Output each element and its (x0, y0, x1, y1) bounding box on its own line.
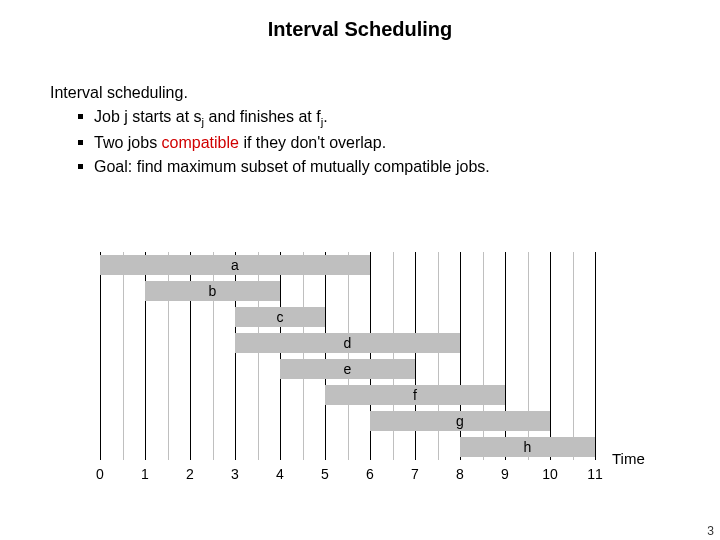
interval-bar-label: e (344, 361, 352, 377)
interval-row: a (100, 252, 595, 278)
tick-label: 9 (501, 466, 509, 482)
interval-bar-h: h (460, 437, 595, 457)
bullet-3: Goal: find maximum subset of mutually co… (78, 156, 670, 178)
tick-label: 11 (587, 466, 603, 482)
interval-row: b (100, 278, 595, 304)
interval-row: g (100, 408, 595, 434)
tick-label: 2 (186, 466, 194, 482)
interval-bar-c: c (235, 307, 325, 327)
interval-bar-label: c (277, 309, 284, 325)
interval-bar-f: f (325, 385, 505, 405)
tick-label: 5 (321, 466, 329, 482)
interval-row: h (100, 434, 595, 460)
interval-row: e (100, 356, 595, 382)
tick-label: 7 (411, 466, 419, 482)
interval-bar-label: b (209, 283, 217, 299)
body-text: Interval scheduling. Job j starts at sj … (50, 82, 670, 180)
interval-bar-label: a (231, 257, 239, 273)
interval-bar-g: g (370, 411, 550, 431)
lead-line: Interval scheduling. (50, 82, 670, 104)
interval-bar-label: d (344, 335, 352, 351)
tick-label: 1 (141, 466, 149, 482)
interval-bar-label: g (456, 413, 464, 429)
tick-label: 6 (366, 466, 374, 482)
interval-bar-label: f (413, 387, 417, 403)
grid-line (595, 252, 596, 460)
interval-bar-label: h (524, 439, 532, 455)
axis-label-time: Time (612, 450, 645, 467)
bullet-1: Job j starts at sj and finishes at fj. (78, 106, 670, 131)
interval-row: f (100, 382, 595, 408)
bullet-2: Two jobs compatible if they don't overla… (78, 132, 670, 154)
interval-row: c (100, 304, 595, 330)
interval-bar-a: a (100, 255, 370, 275)
tick-label: 4 (276, 466, 284, 482)
page-number: 3 (707, 524, 714, 538)
tick-label: 10 (542, 466, 558, 482)
tick-label: 8 (456, 466, 464, 482)
interval-row: d (100, 330, 595, 356)
interval-bar-d: d (235, 333, 460, 353)
interval-chart: 01234567891011abcdefgh (100, 252, 595, 482)
interval-bar-b: b (145, 281, 280, 301)
interval-bar-e: e (280, 359, 415, 379)
tick-label: 0 (96, 466, 104, 482)
tick-label: 3 (231, 466, 239, 482)
page-title: Interval Scheduling (0, 18, 720, 41)
